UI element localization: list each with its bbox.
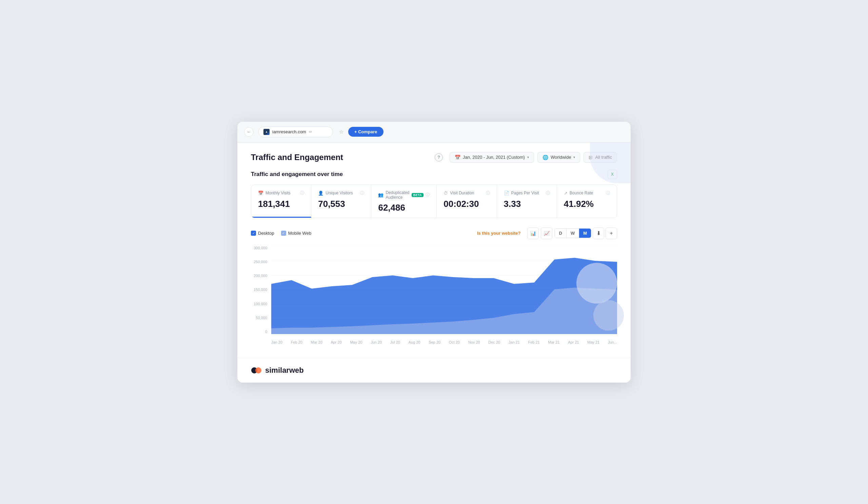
- x-label-oct20: Oct 20: [449, 340, 460, 344]
- site-favicon: [264, 129, 270, 135]
- download-button[interactable]: ⬇: [593, 228, 604, 239]
- y-label-50k: 50,000: [256, 316, 267, 320]
- mobile-checkbox[interactable]: ✓: [281, 230, 286, 236]
- address-bar: iamresearch.com ✏: [258, 126, 333, 137]
- metric-value-bounce-rate: 41.92%: [564, 199, 594, 209]
- metric-label-row-vd: ⏱ Visit Duration ⓘ: [444, 190, 489, 196]
- x-label-mar20: Mar 20: [311, 340, 322, 344]
- url-text: iamresearch.com: [272, 129, 306, 134]
- x-label-may20: May 20: [350, 340, 362, 344]
- chart-svg-area: [271, 246, 617, 334]
- brand-name: similarweb: [265, 366, 304, 375]
- x-label-aug20: Aug 20: [409, 340, 421, 344]
- time-period-buttons: D W M: [554, 228, 591, 238]
- metric-card-pages[interactable]: 📄 Pages Per Visit ⓘ 3.33: [497, 185, 557, 218]
- monthly-button[interactable]: M: [579, 229, 591, 238]
- geo-filter-button[interactable]: 🌐 Worldwide ▾: [537, 152, 580, 163]
- line-chart-button[interactable]: 📈: [541, 228, 552, 239]
- bookmark-icon[interactable]: ☆: [339, 129, 343, 135]
- metric-card-monthly-visits[interactable]: 📅 Monthly Visits ⓘ 181,341: [251, 185, 311, 218]
- legend-group: ✓ Desktop ✓ Mobile Web: [251, 230, 477, 236]
- y-label-100k: 100,000: [254, 302, 267, 306]
- chart-svg: [271, 246, 617, 334]
- x-label-jan20: Jan 20: [271, 340, 282, 344]
- clock-metric-icon: ⏱: [444, 191, 448, 196]
- date-filter-label: Jan, 2020 - Jun, 2021 (Custom): [463, 155, 525, 160]
- metric-label-visit-duration: Visit Duration: [450, 191, 474, 195]
- page-content: Traffic and Engagement ? 📅 Jan, 2020 - J…: [237, 142, 631, 358]
- info-icon-bounce[interactable]: ⓘ: [606, 190, 610, 196]
- x-label-apr20: Apr 20: [331, 340, 341, 344]
- metric-value-row-br: 41.92%: [564, 199, 610, 209]
- metric-label-pages: Pages Per Visit: [511, 191, 539, 195]
- legend-desktop[interactable]: ✓ Desktop: [251, 230, 274, 236]
- chart-container: 300,000 250,000 200,000 150,000 100,000 …: [251, 246, 617, 344]
- daily-button[interactable]: D: [555, 229, 566, 238]
- bounce-metric-icon: ↗: [564, 191, 568, 196]
- info-icon-duration[interactable]: ⓘ: [486, 190, 490, 196]
- x-label-feb20: Feb 20: [291, 340, 302, 344]
- globe-icon: 🌐: [542, 155, 548, 160]
- metric-label-row-da: 👥 Deduplicated Audience BETA ⓘ: [378, 190, 430, 200]
- metric-value-row-da: 62,486: [378, 203, 430, 213]
- y-label-250k: 250,000: [254, 260, 267, 264]
- brand-bar: similarweb: [237, 358, 631, 383]
- x-label-jul20: Jul 20: [390, 340, 400, 344]
- add-button[interactable]: +: [606, 228, 617, 239]
- legend-mobile[interactable]: ✓ Mobile Web: [281, 230, 311, 236]
- page-title: Traffic and Engagement: [251, 153, 428, 162]
- x-axis: Jan 20 Feb 20 Mar 20 Apr 20 May 20 Jun 2…: [271, 340, 617, 344]
- metric-label-row-br: ↗ Bounce Rate ⓘ: [564, 190, 610, 196]
- metric-label-bounce-rate: Bounce Rate: [570, 191, 593, 195]
- weekly-button[interactable]: W: [567, 229, 579, 238]
- metric-card-unique-visitors[interactable]: 👤 Unique Visitors ⓘ 70,553: [311, 185, 371, 218]
- help-button[interactable]: ?: [435, 153, 443, 162]
- metric-value-row-uv: 70,553: [318, 199, 364, 209]
- chart-type-buttons: 📊 📈: [527, 228, 552, 239]
- metric-value-unique-visitors: 70,553: [318, 199, 345, 209]
- y-label-150k: 150,000: [254, 288, 267, 292]
- metrics-row: 📅 Monthly Visits ⓘ 181,341 👤 Unique Visi…: [251, 185, 617, 218]
- back-button[interactable]: ←: [244, 127, 254, 137]
- your-website-link[interactable]: Is this your website?: [477, 230, 521, 236]
- page-metric-icon: 📄: [504, 191, 509, 196]
- metric-label-unique-visitors: Unique Visitors: [326, 191, 353, 195]
- section-title: Traffic and engagement over time: [251, 171, 343, 178]
- metric-value-visit-duration: 00:02:30: [444, 199, 479, 209]
- metric-value-deduplicated: 62,486: [378, 203, 405, 213]
- y-label-0: 0: [265, 330, 267, 334]
- x-label-jan21: Jan 21: [509, 340, 520, 344]
- metric-card-visit-duration[interactable]: ⏱ Visit Duration ⓘ 00:02:30: [437, 185, 497, 218]
- x-label-sep20: Sep 20: [428, 340, 441, 344]
- info-icon-monthly[interactable]: ⓘ: [300, 190, 304, 196]
- metric-label-row: 📅 Monthly Visits ⓘ: [258, 190, 304, 196]
- section-header: Traffic and engagement over time X: [251, 169, 617, 179]
- metric-card-bounce-rate[interactable]: ↗ Bounce Rate ⓘ 41.92%: [557, 185, 617, 218]
- metric-value-row-vd: 00:02:30: [444, 199, 489, 209]
- x-label-mar21: Mar 21: [548, 340, 559, 344]
- metric-value-row: 181,341: [258, 199, 304, 209]
- header-row: Traffic and Engagement ? 📅 Jan, 2020 - J…: [251, 152, 617, 163]
- info-icon-pages[interactable]: ⓘ: [546, 190, 550, 196]
- desktop-checkbox[interactable]: ✓: [251, 230, 256, 236]
- date-filter-button[interactable]: 📅 Jan, 2020 - Jun, 2021 (Custom) ▾: [450, 152, 534, 163]
- x-label-feb21: Feb 21: [528, 340, 539, 344]
- x-label-nov20: Nov 20: [468, 340, 480, 344]
- svg-point-10: [255, 367, 261, 373]
- bar-chart-button[interactable]: 📊: [527, 228, 539, 239]
- chart-controls: ✓ Desktop ✓ Mobile Web Is this your webs…: [251, 228, 617, 239]
- calendar-icon: 📅: [455, 155, 461, 160]
- x-label-apr21: Apr 21: [568, 340, 579, 344]
- audience-metric-icon: 👥: [378, 192, 383, 197]
- metric-label-deduplicated: Deduplicated Audience: [385, 190, 409, 200]
- info-icon-dedup[interactable]: ⓘ: [425, 192, 430, 198]
- compare-button[interactable]: + Compare: [348, 127, 383, 137]
- metric-card-deduplicated[interactable]: 👥 Deduplicated Audience BETA ⓘ 62,486: [371, 185, 437, 218]
- browser-window: ← iamresearch.com ✏ ☆ + Compare Traffic …: [237, 122, 631, 383]
- metric-label-monthly-visits: Monthly Visits: [266, 191, 291, 195]
- geo-filter-label: Worldwide: [551, 155, 571, 160]
- info-icon-unique[interactable]: ⓘ: [360, 190, 364, 196]
- edit-url-icon[interactable]: ✏: [309, 130, 312, 134]
- chevron-down-icon-2: ▾: [574, 155, 575, 159]
- y-label-300k: 300,000: [254, 246, 267, 250]
